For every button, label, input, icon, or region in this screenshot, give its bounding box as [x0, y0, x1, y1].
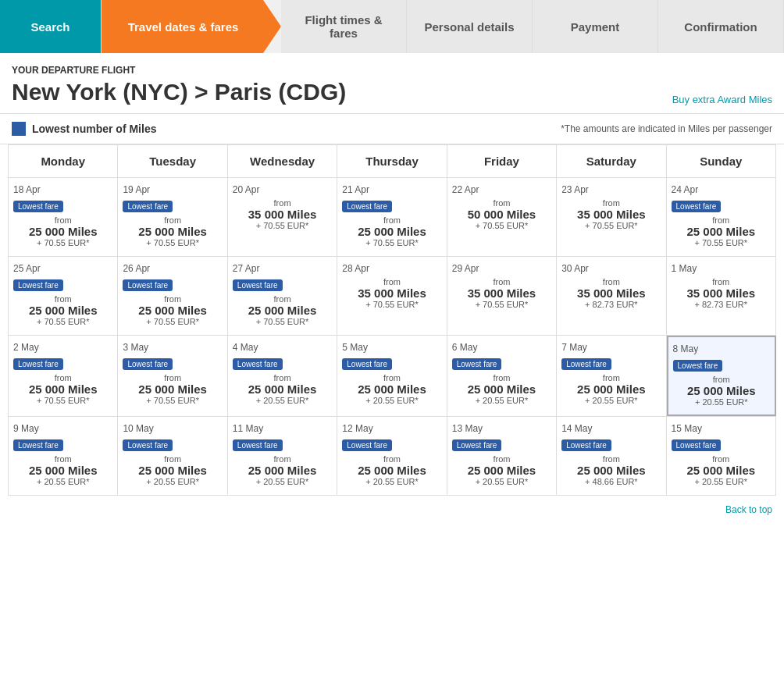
calendar-cell[interactable]: 11 MayLowest farefrom25 000 Miles+ 20.55…: [228, 417, 337, 495]
calendar-row: 18 AprLowest farefrom25 000 Miles+ 70.55…: [8, 178, 776, 257]
calendar-cell[interactable]: 29 Aprfrom35 000 Miles+ 70.55 EUR*: [447, 257, 557, 335]
calendar-cell[interactable]: 18 AprLowest farefrom25 000 Miles+ 70.55…: [9, 178, 118, 256]
dest-city: Paris: [215, 79, 279, 105]
eur-value: + 20.55 EUR*: [452, 477, 551, 486]
fare-badge: Lowest fare: [233, 358, 283, 370]
calendar-cell[interactable]: 23 Aprfrom35 000 Miles+ 70.55 EUR*: [557, 178, 666, 256]
from-label: from: [672, 277, 771, 286]
fare-badge: Lowest fare: [342, 201, 392, 212]
calendar-cell[interactable]: 28 Aprfrom35 000 Miles+ 70.55 EUR*: [337, 257, 447, 335]
calendar-cell[interactable]: 21 AprLowest farefrom25 000 Miles+ 70.55…: [337, 178, 447, 256]
eur-value: + 48.66 EUR*: [561, 477, 661, 486]
calendar-cell[interactable]: 15 MayLowest farefrom25 000 Miles+ 20.55…: [667, 417, 776, 495]
lowest-miles-label: Lowest number of Miles: [32, 123, 156, 135]
miles-value: 35 000 Miles: [561, 208, 661, 221]
miles-value: 25 000 Miles: [233, 382, 332, 396]
lowest-miles-indicator: Lowest number of Miles: [12, 122, 156, 136]
calendar-cell[interactable]: 14 MayLowest farefrom25 000 Miles+ 48.66…: [557, 417, 666, 495]
day-header-friday: Friday: [447, 144, 557, 178]
miles-value: 25 000 Miles: [342, 464, 441, 477]
eur-value: + 70.55 EUR*: [452, 221, 551, 230]
fare-badge: Lowest fare: [123, 201, 173, 212]
calendar-cell[interactable]: 27 AprLowest farefrom25 000 Miles+ 70.55…: [228, 257, 337, 335]
calendar-cell[interactable]: 5 MayLowest farefrom25 000 Miles+ 20.55 …: [337, 336, 447, 416]
calendar-cell[interactable]: 4 MayLowest farefrom25 000 Miles+ 20.55 …: [228, 336, 337, 416]
from-label: from: [123, 373, 222, 382]
origin-code: (NYC): [123, 79, 187, 105]
date-label: 4 May: [233, 342, 332, 353]
tab-payment[interactable]: Payment: [533, 0, 658, 53]
date-label: 11 May: [233, 423, 332, 434]
eur-value: + 20.55 EUR*: [13, 477, 112, 486]
miles-value: 25 000 Miles: [233, 304, 332, 317]
eur-value: + 70.55 EUR*: [13, 238, 112, 247]
date-label: 14 May: [561, 423, 661, 434]
fare-badge: Lowest fare: [342, 358, 392, 370]
calendar-cell[interactable]: 19 AprLowest farefrom25 000 Miles+ 70.55…: [118, 178, 227, 256]
day-header-monday: Monday: [9, 144, 118, 178]
date-label: 29 Apr: [452, 263, 551, 274]
fare-badge: Lowest fare: [13, 201, 63, 212]
calendar-cell[interactable]: 25 AprLowest farefrom25 000 Miles+ 70.55…: [9, 257, 118, 335]
calendar-cell[interactable]: 24 AprLowest farefrom25 000 Miles+ 70.55…: [667, 178, 776, 256]
date-label: 10 May: [123, 423, 222, 434]
date-label: 26 Apr: [123, 263, 222, 274]
date-label: 8 May: [673, 343, 770, 354]
from-label: from: [561, 198, 661, 208]
tab-travel-dates[interactable]: Travel dates & fares: [102, 0, 281, 53]
date-label: 27 Apr: [233, 263, 332, 274]
tab-confirmation[interactable]: Confirmation: [658, 0, 784, 53]
calendar-cell[interactable]: 26 AprLowest farefrom25 000 Miles+ 70.55…: [118, 257, 227, 335]
back-to-top-link[interactable]: Back to top: [725, 504, 772, 515]
from-label: from: [123, 215, 222, 225]
from-label: from: [233, 373, 332, 382]
eur-value: + 70.55 EUR*: [561, 221, 661, 230]
tab-personal[interactable]: Personal details: [407, 0, 533, 53]
fare-badge: Lowest fare: [233, 439, 283, 451]
date-label: 21 Apr: [342, 184, 441, 195]
date-label: 15 May: [672, 423, 771, 434]
fare-badge: Lowest fare: [452, 439, 502, 451]
miles-value: 25 000 Miles: [342, 225, 441, 238]
route-arrow: >: [194, 79, 215, 105]
from-label: from: [342, 454, 441, 464]
miles-value: 25 000 Miles: [123, 304, 222, 317]
calendar-cell[interactable]: 8 MayLowest farefrom25 000 Miles+ 20.55 …: [667, 336, 776, 416]
eur-value: + 20.55 EUR*: [233, 396, 332, 405]
calendar-cell[interactable]: 6 MayLowest farefrom25 000 Miles+ 20.55 …: [447, 336, 557, 416]
fare-badge: Lowest fare: [561, 358, 611, 370]
miles-value: 35 000 Miles: [672, 286, 771, 300]
miles-value: 50 000 Miles: [452, 208, 551, 221]
from-label: from: [452, 454, 551, 464]
calendar-cell[interactable]: 12 MayLowest farefrom25 000 Miles+ 20.55…: [337, 417, 447, 495]
calendar-cell[interactable]: 9 MayLowest farefrom25 000 Miles+ 20.55 …: [9, 417, 118, 495]
calendar-cell[interactable]: 22 Aprfrom50 000 Miles+ 70.55 EUR*: [447, 178, 557, 256]
calendar-cell[interactable]: 2 MayLowest farefrom25 000 Miles+ 70.55 …: [9, 336, 118, 416]
calendar-cell[interactable]: 30 Aprfrom35 000 Miles+ 82.73 EUR*: [557, 257, 666, 335]
calendar-cell[interactable]: 3 MayLowest farefrom25 000 Miles+ 70.55 …: [118, 336, 227, 416]
from-label: from: [452, 198, 551, 208]
tab-search[interactable]: Search: [0, 0, 102, 53]
buy-extra-link[interactable]: Buy extra Award Miles: [672, 94, 772, 105]
fare-badge: Lowest fare: [673, 360, 723, 372]
miles-value: 35 000 Miles: [452, 286, 551, 300]
calendar-cell[interactable]: 7 MayLowest farefrom25 000 Miles+ 20.55 …: [557, 336, 666, 416]
calendar-cell[interactable]: 20 Aprfrom35 000 Miles+ 70.55 EUR*: [228, 178, 337, 256]
miles-value: 25 000 Miles: [561, 464, 661, 477]
from-label: from: [672, 454, 771, 464]
tab-flight-times[interactable]: Flight times & fares: [281, 0, 407, 53]
calendar-cell[interactable]: 10 MayLowest farefrom25 000 Miles+ 20.55…: [118, 417, 227, 495]
from-label: from: [452, 277, 551, 286]
calendar-cell[interactable]: 13 MayLowest farefrom25 000 Miles+ 20.55…: [447, 417, 557, 495]
fare-badge: Lowest fare: [561, 439, 611, 451]
miles-value: 25 000 Miles: [452, 464, 551, 477]
route-info: YOUR DEPARTURE FLIGHT New York (NYC) > P…: [12, 65, 346, 105]
date-label: 19 Apr: [123, 184, 222, 195]
eur-value: + 70.55 EUR*: [233, 221, 332, 230]
miles-value: 25 000 Miles: [123, 464, 222, 477]
eur-value: + 20.55 EUR*: [561, 396, 661, 405]
from-label: from: [13, 215, 112, 225]
calendar-row: 25 AprLowest farefrom25 000 Miles+ 70.55…: [8, 257, 776, 336]
calendar-cell[interactable]: 1 Mayfrom35 000 Miles+ 82.73 EUR*: [667, 257, 776, 335]
legend-row: Lowest number of Miles *The amounts are …: [0, 114, 784, 144]
